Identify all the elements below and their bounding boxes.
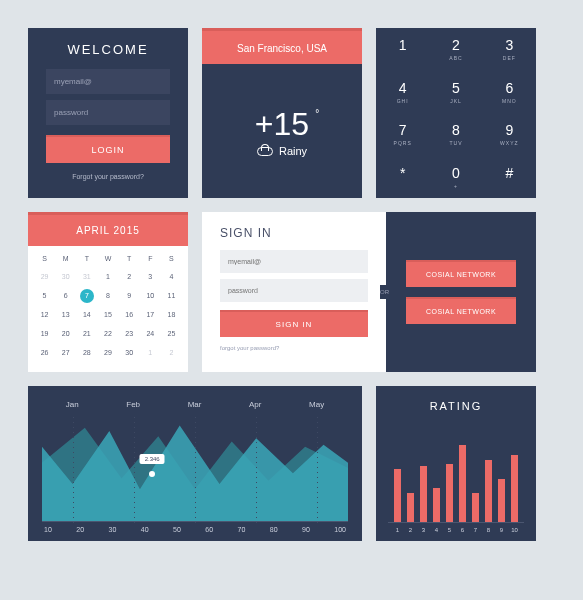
chart-x-tick: 80 xyxy=(270,526,278,533)
calendar-card: APRIL 2015 SMTWTFS2930311234567891011121… xyxy=(28,212,188,372)
chart-x-tick: 50 xyxy=(173,526,181,533)
rating-bar xyxy=(485,460,492,522)
rating-bar xyxy=(498,479,505,522)
rating-chart-card: RATING 12345678910 xyxy=(376,386,536,541)
calendar-day[interactable]: 30 xyxy=(55,267,76,286)
calendar-day[interactable]: 29 xyxy=(34,267,55,286)
calendar-day[interactable]: 5 xyxy=(34,286,55,305)
chart-gridline xyxy=(256,415,257,525)
calendar-day[interactable]: 22 xyxy=(97,324,118,343)
calendar-day[interactable]: 23 xyxy=(119,324,140,343)
calendar-day[interactable]: 30 xyxy=(119,343,140,362)
rating-bar xyxy=(511,455,518,522)
calendar-day[interactable]: 24 xyxy=(140,324,161,343)
rating-x-tick: 8 xyxy=(485,527,492,533)
key-7[interactable]: 7PQRS xyxy=(376,113,429,156)
signin-forgot-link[interactable]: forgot your password? xyxy=(220,345,368,351)
chart-x-tick: 40 xyxy=(141,526,149,533)
calendar-dow: M xyxy=(55,252,76,267)
calendar-day[interactable]: 16 xyxy=(119,305,140,324)
calendar-day[interactable]: 20 xyxy=(55,324,76,343)
calendar-dow: F xyxy=(140,252,161,267)
chart-x-tick: 60 xyxy=(205,526,213,533)
key-9[interactable]: 9WXYZ xyxy=(483,113,536,156)
social-button-2[interactable]: COSIAL NETWORK xyxy=(406,297,516,324)
calendar-day[interactable]: 25 xyxy=(161,324,182,343)
rating-x-tick: 10 xyxy=(511,527,518,533)
weather-location: San Francisco, USA xyxy=(202,28,362,64)
calendar-day[interactable]: 2 xyxy=(161,343,182,362)
area-chart-card: JanFebMarAprMay 2.346 102030405060708090… xyxy=(28,386,362,541)
chart-month-label: Mar xyxy=(188,400,202,409)
rating-x-tick: 3 xyxy=(420,527,427,533)
calendar-day[interactable]: 10 xyxy=(140,286,161,305)
calendar-day[interactable]: 26 xyxy=(34,343,55,362)
signin-password-input[interactable] xyxy=(220,279,368,302)
key-6[interactable]: 6MNO xyxy=(483,71,536,114)
forgot-password-link[interactable]: Forgot your password? xyxy=(72,173,144,180)
chart-month-label: Feb xyxy=(126,400,140,409)
key-5[interactable]: 5JKL xyxy=(429,71,482,114)
calendar-day[interactable]: 11 xyxy=(161,286,182,305)
login-card: WELCOME LOGIN Forgot your password? xyxy=(28,28,188,198)
calendar-day[interactable]: 4 xyxy=(161,267,182,286)
calendar-dow: T xyxy=(76,252,97,267)
signin-email-input[interactable] xyxy=(220,250,368,273)
calendar-day[interactable]: 27 xyxy=(55,343,76,362)
key-0[interactable]: 0+ xyxy=(429,156,482,199)
chart-x-tick: 10 xyxy=(44,526,52,533)
chart-x-tick: 100 xyxy=(334,526,346,533)
rating-title: RATING xyxy=(388,400,524,412)
key-#[interactable]: # xyxy=(483,156,536,199)
weather-card: San Francisco, USA +15° Rainy xyxy=(202,28,362,198)
calendar-dow: S xyxy=(34,252,55,267)
calendar-day[interactable]: 6 xyxy=(55,286,76,305)
rating-bar xyxy=(459,445,466,522)
chart-gridline xyxy=(134,415,135,525)
key-3[interactable]: 3DEF xyxy=(483,28,536,71)
rating-bar xyxy=(407,493,414,522)
chart-month-label: May xyxy=(309,400,324,409)
calendar-day[interactable]: 3 xyxy=(140,267,161,286)
rating-x-tick: 9 xyxy=(498,527,505,533)
chart-x-tick: 20 xyxy=(76,526,84,533)
calendar-day[interactable]: 12 xyxy=(34,305,55,324)
key-1[interactable]: 1 xyxy=(376,28,429,71)
key-8[interactable]: 8TUV xyxy=(429,113,482,156)
calendar-day[interactable]: 1 xyxy=(140,343,161,362)
or-divider: OR xyxy=(380,285,389,299)
login-button[interactable]: LOGIN xyxy=(46,135,170,163)
calendar-dow: S xyxy=(161,252,182,267)
calendar-day[interactable]: 9 xyxy=(119,286,140,305)
calendar-day[interactable]: 2 xyxy=(119,267,140,286)
calendar-day[interactable]: 19 xyxy=(34,324,55,343)
password-input[interactable] xyxy=(46,100,170,125)
weather-condition: Rainy xyxy=(257,145,307,157)
key-*[interactable]: * xyxy=(376,156,429,199)
chart-x-tick: 30 xyxy=(109,526,117,533)
calendar-day[interactable]: 28 xyxy=(76,343,97,362)
signin-button[interactable]: SIGN IN xyxy=(220,310,368,337)
calendar-day[interactable]: 15 xyxy=(97,305,118,324)
chart-month-label: Jan xyxy=(66,400,79,409)
calendar-day[interactable]: 29 xyxy=(97,343,118,362)
calendar-day[interactable]: 13 xyxy=(55,305,76,324)
social-button-1[interactable]: COSIAL NETWORK xyxy=(406,260,516,287)
chart-month-label: Apr xyxy=(249,400,261,409)
calendar-day[interactable]: 31 xyxy=(76,267,97,286)
calendar-day[interactable]: 18 xyxy=(161,305,182,324)
chart-gridline xyxy=(317,415,318,525)
key-4[interactable]: 4GHI xyxy=(376,71,429,114)
email-input[interactable] xyxy=(46,69,170,94)
chart-x-tick: 70 xyxy=(238,526,246,533)
calendar-day[interactable]: 1 xyxy=(97,267,118,286)
signin-card: SIGN IN SIGN IN forgot your password? OR… xyxy=(202,212,536,372)
calendar-day[interactable]: 21 xyxy=(76,324,97,343)
key-2[interactable]: 2ABC xyxy=(429,28,482,71)
rating-x-tick: 4 xyxy=(433,527,440,533)
calendar-day[interactable]: 14 xyxy=(76,305,97,324)
calendar-day[interactable]: 17 xyxy=(140,305,161,324)
calendar-day[interactable]: 7 xyxy=(76,286,97,305)
rating-bar xyxy=(472,493,479,522)
calendar-day[interactable]: 8 xyxy=(97,286,118,305)
